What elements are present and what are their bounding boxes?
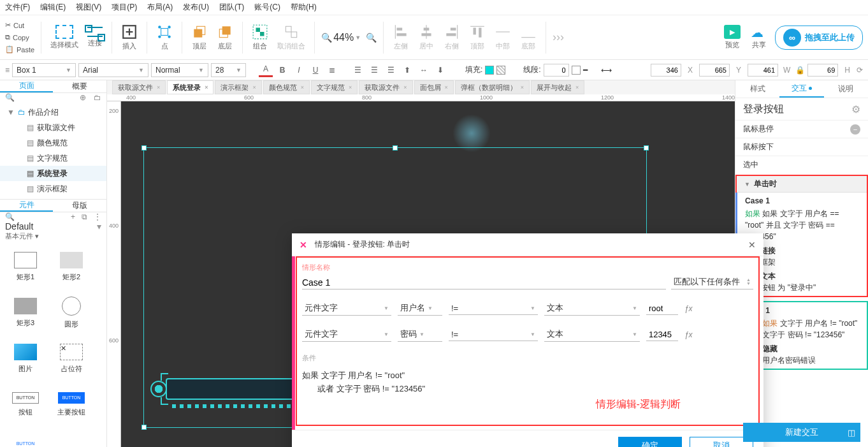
underline-button[interactable]: U <box>308 63 322 77</box>
copy-button[interactable]: ⧉Copy <box>5 32 34 43</box>
tab-master[interactable]: 母版 <box>53 200 106 212</box>
pos-x-input[interactable] <box>651 64 681 77</box>
lib-rect2[interactable]: 矩形2 <box>48 244 94 289</box>
connect-button[interactable]: 连接 <box>85 27 105 48</box>
lib-button[interactable]: BUTTON按钮 <box>3 381 48 427</box>
dialog-close-button[interactable]: ✕ <box>748 240 756 250</box>
case1-name[interactable]: Case 1 <box>745 195 859 207</box>
lib-placeholder[interactable]: ✕占位符 <box>48 335 94 381</box>
lib-section-label[interactable]: 基本元件 ▾ <box>0 231 106 241</box>
tab-component[interactable]: 元件 <box>0 200 53 212</box>
doc-tab-2[interactable]: 演示框架× <box>215 80 261 94</box>
share-button[interactable]: ☁共享 <box>748 25 770 50</box>
cond1-fx-button[interactable]: ƒx <box>684 304 693 313</box>
menu-publish[interactable]: 发布(U) <box>183 2 209 13</box>
paste-button[interactable]: 📋Paste <box>5 44 34 55</box>
cond1-value-input[interactable] <box>646 302 678 315</box>
line-color-swatch[interactable] <box>572 66 581 75</box>
event-mousedown[interactable]: 鼠标按下 <box>735 138 868 156</box>
cond2-fx-button[interactable]: ƒx <box>684 330 693 339</box>
arrow-style-dd[interactable]: ⟷ <box>601 66 616 75</box>
zoom-out-button[interactable]: 🔍 <box>321 33 332 43</box>
zoom-in-button[interactable]: 🔍 <box>366 33 377 43</box>
tab-note[interactable]: 说明 <box>824 80 868 98</box>
doc-tab-0[interactable]: 获取源文件× <box>112 80 166 94</box>
align-center-button[interactable]: 居中 <box>416 24 437 51</box>
lib-name[interactable]: Default <box>5 221 33 231</box>
add-folder-icon[interactable]: 🗀 <box>94 93 101 102</box>
tab-outline[interactable]: 概要 <box>53 80 106 92</box>
italic-button[interactable]: I <box>292 63 306 77</box>
lib-rect3[interactable]: 矩形3 <box>3 289 48 335</box>
select-mode-button[interactable]: 选择模式 <box>48 25 81 50</box>
align-right-button[interactable]: 右侧 <box>441 24 463 51</box>
fill-opacity-swatch[interactable] <box>496 66 505 75</box>
group-button[interactable]: 组合 <box>249 24 271 51</box>
cut-button[interactable]: ✂Cut <box>5 20 34 31</box>
pos-y-input[interactable] <box>699 64 730 77</box>
bring-front-button[interactable]: 顶层 <box>189 24 210 51</box>
dist-top-button[interactable]: 顶部 <box>467 24 488 51</box>
zoom-value[interactable]: 44% <box>333 32 354 43</box>
lock-aspect-icon[interactable]: 🔒 <box>795 66 805 75</box>
font-family-dd[interactable]: Arial▼ <box>78 63 148 77</box>
line-width-input[interactable] <box>544 64 569 77</box>
block-style-dd[interactable]: Box 1▼ <box>12 63 76 77</box>
tab-interaction[interactable]: 交互 <box>779 80 823 98</box>
cond1-source-dd[interactable]: 元件文字▼ <box>302 301 391 316</box>
event-onclick-header[interactable]: ▼单击时 <box>737 176 867 193</box>
doc-tab-4[interactable]: 文字规范× <box>311 80 358 94</box>
tab-style[interactable]: 样式 <box>735 80 779 98</box>
lib-menu-icon[interactable]: ⋮ <box>94 212 101 221</box>
ungroup-button[interactable]: 取消组合 <box>275 24 308 51</box>
doc-tab-8[interactable]: 展开与收起× <box>531 80 584 94</box>
lib-image[interactable]: 图片 <box>3 335 48 381</box>
tree-root[interactable]: ▼🗀作品介绍 <box>0 105 106 120</box>
menu-account[interactable]: 账号(C) <box>254 2 280 13</box>
tree-item-1[interactable]: ▤获取源文件 <box>0 120 106 135</box>
dist-bottom-button[interactable]: 底部 <box>517 24 539 51</box>
tree-item-3[interactable]: ▤文字规范 <box>0 150 106 166</box>
align-r-button[interactable]: ☰ <box>384 63 398 77</box>
doc-tab-7[interactable]: 弹框（数据明细）× <box>455 80 530 94</box>
font-weight-dd[interactable]: Normal▼ <box>151 63 208 77</box>
line-style-dd[interactable]: ━ <box>583 66 598 75</box>
doc-tab-5[interactable]: 获取源文件× <box>359 80 412 94</box>
tree-item-2[interactable]: ▤颜色规范 <box>0 135 106 150</box>
tree-item-4[interactable]: ▤系统登录 <box>0 166 106 181</box>
cond1-widget-dd[interactable]: 用户名▼ <box>398 301 442 316</box>
font-size-dd[interactable]: 28▼ <box>211 63 246 77</box>
valign-t-button[interactable]: ⬆ <box>400 63 414 77</box>
menu-team[interactable]: 团队(T) <box>219 2 244 13</box>
preview-button[interactable]: ▶预览 <box>721 25 743 50</box>
event-selected[interactable]: 选中 <box>735 156 868 173</box>
lib-rect1[interactable]: 矩形1 <box>3 244 48 289</box>
lib-search-icon[interactable]: 🔍 <box>5 212 15 221</box>
doc-tab-3[interactable]: 颜色规范× <box>263 80 310 94</box>
case-name-input[interactable] <box>302 276 666 289</box>
rotate-icon[interactable]: ⟳ <box>857 66 863 75</box>
cond2-op-dd[interactable]: !=▼ <box>449 328 538 341</box>
send-back-button[interactable]: 底层 <box>214 24 236 51</box>
menu-help[interactable]: 帮助(H) <box>291 2 317 13</box>
insert-button[interactable]: 插入 <box>119 24 140 51</box>
cond2-value-input[interactable] <box>646 328 678 341</box>
align-c-button[interactable]: ☰ <box>367 63 381 77</box>
block-style-icon[interactable]: ≡ <box>5 66 10 75</box>
upload-button[interactable]: ∞拖拽至此上传 <box>775 26 863 50</box>
menu-file[interactable]: 文件(F) <box>5 2 30 13</box>
cond2-type-dd[interactable]: 文本▼ <box>544 327 640 342</box>
size-h-input[interactable] <box>807 64 838 77</box>
search-icon[interactable]: 🔍 <box>5 93 15 102</box>
tab-page[interactable]: 页面 <box>0 80 53 92</box>
menu-project[interactable]: 项目(P) <box>112 2 137 13</box>
match-type-dd[interactable]: 匹配以下任何条件▲▼ <box>671 275 753 289</box>
point-button[interactable]: 点 <box>154 24 175 51</box>
add-page-icon[interactable]: ⊕ <box>80 93 86 102</box>
bold-button[interactable]: B <box>275 63 289 77</box>
text-color-button[interactable]: A <box>259 63 273 77</box>
doc-tab-1[interactable]: 系统登录× <box>167 80 213 94</box>
bullets-button[interactable]: ≣ <box>325 63 339 77</box>
lib-settings-icon[interactable]: ⧉ <box>82 212 87 221</box>
lib-circle[interactable]: 圆形 <box>48 289 94 335</box>
